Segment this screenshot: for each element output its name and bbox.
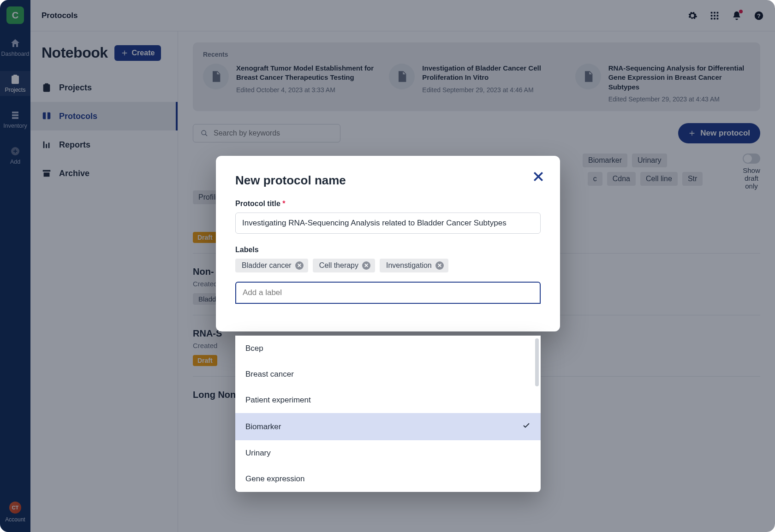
scrollbar-thumb[interactable] <box>535 338 539 386</box>
field-label-labels: Labels <box>235 246 541 254</box>
selected-label-chip: Cell therapy ✕ <box>313 259 375 272</box>
required-mark: * <box>282 200 285 207</box>
field-label-title: Protocol title * <box>235 200 541 208</box>
dropdown-option[interactable]: Gene expression <box>235 466 541 492</box>
selected-label-chip: Invenstigation ✕ <box>380 259 448 272</box>
chip-text: Invenstigation <box>386 261 432 270</box>
chip-text: Cell therapy <box>319 261 358 270</box>
option-label: Breast cancer <box>245 370 294 379</box>
dropdown-option[interactable]: Breast cancer <box>235 361 541 387</box>
remove-chip-button[interactable]: ✕ <box>295 261 304 270</box>
label-input-wrapper[interactable] <box>235 282 541 304</box>
dropdown-option[interactable]: Patient experiment <box>235 387 541 413</box>
close-button[interactable] <box>531 170 545 183</box>
dropdown-option[interactable]: Bcep <box>235 336 541 361</box>
new-protocol-modal: New protocol name Protocol title * Label… <box>216 156 560 331</box>
modal-title: New protocol name <box>235 173 541 188</box>
label-dropdown: Bcep Breast cancer Patient experiment Bi… <box>235 336 541 492</box>
option-label: Patient experiment <box>245 396 311 405</box>
remove-chip-button[interactable]: ✕ <box>362 261 370 270</box>
option-label: Gene expression <box>245 474 305 484</box>
chip-text: Bladder cancer <box>242 261 292 270</box>
dropdown-option[interactable]: Urinary <box>235 440 541 466</box>
add-label-input[interactable] <box>243 288 533 297</box>
option-label: Urinary <box>245 449 271 458</box>
protocol-title-input[interactable] <box>235 213 541 234</box>
selected-label-chip: Bladder cancer ✕ <box>235 259 308 272</box>
selected-labels: Bladder cancer ✕ Cell therapy ✕ Invensti… <box>235 259 541 272</box>
dropdown-option[interactable]: Biomarker <box>235 413 541 440</box>
option-label: Bcep <box>245 344 263 353</box>
close-icon <box>531 170 545 183</box>
remove-chip-button[interactable]: ✕ <box>435 261 444 270</box>
option-label: Biomarker <box>245 422 281 432</box>
check-icon <box>522 421 531 432</box>
